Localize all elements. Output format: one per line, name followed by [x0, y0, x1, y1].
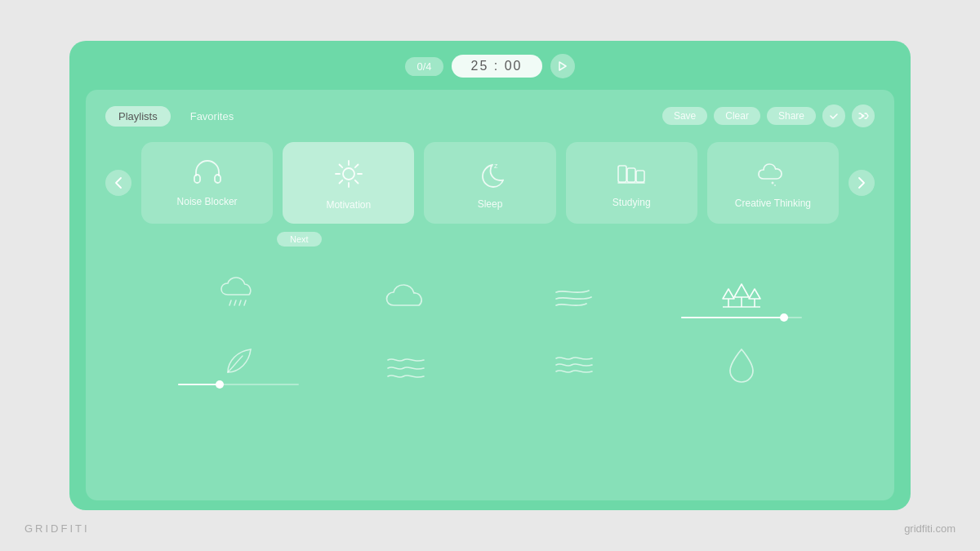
sound-leaf[interactable]: [154, 335, 323, 395]
brand-left: GRIDFITI: [24, 522, 90, 535]
prev-arrow[interactable]: [105, 170, 131, 196]
card-noise-blocker-label: Noise Blocker: [177, 196, 238, 207]
svg-rect-1: [215, 175, 220, 183]
sound-drop[interactable]: [658, 335, 826, 395]
svg-line-20: [239, 300, 241, 305]
card-creative-thinking[interactable]: Creative Thinking: [707, 142, 839, 224]
play-button[interactable]: [550, 54, 575, 78]
svg-rect-0: [194, 175, 200, 183]
sound-rain[interactable]: [154, 266, 323, 328]
svg-line-7: [339, 164, 342, 167]
clear-button[interactable]: Clear: [714, 107, 760, 125]
cards-wrapper: Noise Blocker: [131, 142, 849, 224]
card-sleep-label: Sleep: [478, 198, 503, 210]
next-pill[interactable]: Next: [277, 232, 322, 247]
next-arrow[interactable]: [849, 170, 875, 196]
drop-icon: [727, 346, 756, 384]
waves-icon: [385, 350, 426, 380]
app-container: 0/4 25 : 00 Playlists Favorites Save Cle…: [69, 41, 911, 510]
share-button[interactable]: Share: [767, 107, 816, 125]
svg-point-2: [343, 168, 354, 180]
svg-rect-12: [618, 166, 626, 182]
main-panel: Playlists Favorites Save Clear Share: [86, 90, 894, 500]
card-studying-label: Studying: [612, 197, 651, 208]
forest-slider-track[interactable]: [681, 317, 802, 318]
timer-bar: 0/4 25 : 00: [69, 41, 911, 90]
svg-line-18: [229, 300, 231, 305]
forest-icon: [720, 276, 763, 312]
svg-text:z: z: [494, 162, 498, 170]
svg-line-8: [355, 180, 359, 183]
svg-line-19: [234, 300, 236, 305]
card-studying[interactable]: Studying: [566, 142, 697, 224]
books-icon: [617, 162, 646, 190]
sound-cloud[interactable]: [323, 266, 491, 328]
cloud-icon: [385, 282, 426, 312]
svg-rect-13: [627, 168, 635, 182]
playlist-section: Noise Blocker: [105, 142, 875, 224]
svg-point-16: [772, 181, 774, 184]
headphones-icon: [193, 162, 222, 189]
svg-rect-14: [636, 171, 644, 182]
tab-favorites[interactable]: Favorites: [177, 106, 247, 127]
sun-icon: [334, 159, 363, 193]
tabs-left: Playlists Favorites: [105, 106, 247, 127]
shuffle-icon-button[interactable]: [852, 104, 875, 127]
tabs-right: Save Clear Share: [662, 104, 875, 127]
save-button[interactable]: Save: [662, 107, 707, 125]
tabs-row: Playlists Favorites Save Clear Share: [105, 104, 875, 127]
wind-icon: [552, 282, 596, 312]
sound-forest[interactable]: [658, 266, 826, 328]
svg-line-10: [339, 180, 342, 183]
rain-icon: [218, 278, 259, 316]
water-ripple-icon: [554, 350, 595, 380]
check-icon-button[interactable]: [822, 104, 845, 127]
card-noise-blocker[interactable]: Noise Blocker: [141, 142, 273, 224]
sounds-row-2: [105, 335, 875, 395]
card-sleep[interactable]: z Sleep: [424, 142, 555, 224]
svg-line-21: [244, 300, 246, 305]
sounds-row-1: [105, 266, 875, 328]
svg-point-17: [774, 184, 776, 186]
sound-wind[interactable]: [490, 266, 658, 328]
next-badge-row: Next: [105, 232, 875, 247]
card-motivation[interactable]: Motivation: [283, 142, 414, 224]
timer-counter[interactable]: 0/4: [405, 57, 443, 76]
sound-waves[interactable]: [323, 335, 491, 395]
brand-right: gridfiti.com: [904, 522, 956, 535]
leaf-slider-track[interactable]: [178, 384, 299, 385]
svg-line-9: [355, 164, 359, 167]
sound-water[interactable]: [490, 335, 658, 395]
moon-icon: z: [476, 160, 504, 192]
tab-playlists[interactable]: Playlists: [105, 106, 171, 127]
card-creative-thinking-label: Creative Thinking: [735, 198, 811, 209]
card-motivation-label: Motivation: [326, 199, 371, 211]
leaf-icon: [220, 344, 257, 379]
timer-display[interactable]: 25 : 00: [452, 55, 542, 78]
cloud-thought-icon: [757, 161, 788, 191]
